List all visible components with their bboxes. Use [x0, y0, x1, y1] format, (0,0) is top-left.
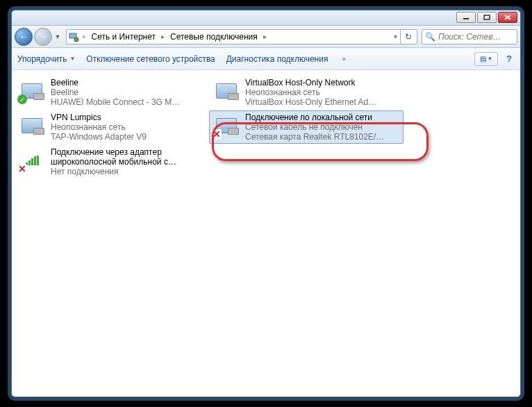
connection-title: VirtualBox Host-Only Network: [245, 78, 376, 88]
connection-title: VPN Lumpics: [51, 113, 147, 122]
chevron-left-icon: «: [81, 33, 88, 40]
column-1: ✓ Beeline Beeline HUAWEI Mobile Connect …: [15, 76, 209, 178]
minimize-button[interactable]: [456, 12, 476, 23]
organize-button[interactable]: Упорядочить ▼: [17, 54, 75, 64]
forward-arrow-icon: →: [39, 31, 48, 42]
column-2: VirtualBox Host-Only Network Неопознанна…: [209, 76, 404, 144]
adapter-icon: [17, 113, 47, 139]
connection-device: TAP-Windows Adapter V9: [51, 132, 147, 142]
organize-label: Упорядочить: [17, 54, 67, 64]
close-button[interactable]: [498, 12, 517, 23]
search-box[interactable]: 🔍: [422, 29, 517, 44]
address-bar[interactable]: « Сеть и Интернет ▸ Сетевые подключения …: [66, 29, 417, 44]
chevron-down-icon: ▼: [69, 56, 75, 62]
help-button[interactable]: ?: [504, 53, 515, 64]
overflow-button[interactable]: »: [339, 55, 349, 63]
connection-status: Неопознанная сеть: [51, 122, 147, 132]
command-bar: Упорядочить ▼ Отключение сетевого устрой…: [12, 48, 520, 70]
disable-device-button[interactable]: Отключение сетевого устройства: [86, 54, 215, 64]
view-mode-button[interactable]: ▤ ▼: [474, 52, 498, 66]
adapter-icon: [212, 78, 241, 104]
connections-view: ✓ Beeline Beeline HUAWEI Mobile Connect …: [12, 70, 520, 397]
connection-title: Beeline: [51, 78, 180, 88]
back-arrow-icon: ←: [19, 31, 28, 42]
breadcrumb-seg-1[interactable]: Сеть и Интернет: [89, 32, 158, 42]
diagnose-label: Диагностика подключения: [226, 54, 329, 64]
explorer-window: ← → ▼ « Сеть и Интернет ▸ Сетевые подклю…: [11, 10, 521, 397]
connection-status: Неопознанная сеть: [245, 88, 376, 97]
connection-item-broadband[interactable]: ✕ Подключение через адаптер широкополосн…: [15, 145, 209, 178]
connection-status: Нет подключения: [51, 167, 203, 176]
connection-item-lan[interactable]: ✕ Подключение по локальной сети Сетевой …: [209, 110, 404, 144]
connection-status: Сетевой кабель не подключен: [245, 122, 384, 132]
maximize-button[interactable]: [477, 12, 497, 23]
connection-device: Сетевая карта Realtek RTL8102E/…: [245, 132, 384, 142]
connection-item-vpn[interactable]: VPN Lumpics Неопознанная сеть TAP-Window…: [15, 110, 209, 144]
connection-device: HUAWEI Mobile Connect - 3G M…: [51, 97, 180, 107]
refresh-button[interactable]: ↻: [400, 29, 415, 44]
back-button[interactable]: ←: [15, 28, 33, 46]
refresh-icon: ↻: [405, 32, 412, 42]
chevron-right-icon: ▸: [160, 33, 166, 40]
chevron-right-icon: ▸: [262, 33, 268, 40]
connection-device: VirtualBox Host-Only Ethernet Ad…: [245, 97, 376, 107]
minimize-icon: [463, 15, 469, 20]
connection-title: Подключение по локальной сети: [245, 113, 384, 122]
connection-item-beeline[interactable]: ✓ Beeline Beeline HUAWEI Mobile Connect …: [15, 76, 209, 109]
dialup-ok-icon: ✓: [17, 78, 47, 104]
search-icon: 🔍: [425, 32, 435, 42]
search-input[interactable]: [438, 32, 514, 42]
connection-title: Подключение через адаптер широкополосной…: [51, 147, 203, 167]
history-dropdown[interactable]: ▼: [53, 30, 62, 44]
address-dropdown-icon[interactable]: ▾: [392, 33, 399, 40]
signal-bars-disconnected-icon: ✕: [17, 147, 47, 174]
disable-label: Отключение сетевого устройства: [86, 54, 215, 64]
breadcrumb-seg-2[interactable]: Сетевые подключения: [167, 32, 260, 42]
close-icon: [504, 15, 511, 20]
adapter-unplugged-icon: ✕: [212, 113, 241, 139]
maximize-icon: [483, 15, 490, 20]
connection-item-virtualbox[interactable]: VirtualBox Host-Only Network Неопознанна…: [209, 76, 404, 109]
svg-point-5: [74, 38, 78, 42]
network-location-icon: [68, 31, 79, 42]
forward-button[interactable]: →: [34, 28, 52, 46]
connection-status: Beeline: [51, 88, 180, 97]
diagnose-button[interactable]: Диагностика подключения: [226, 54, 329, 64]
chevron-down-icon: ▼: [488, 56, 493, 62]
nav-bar: ← → ▼ « Сеть и Интернет ▸ Сетевые подклю…: [12, 26, 520, 48]
view-icon: ▤: [480, 55, 486, 63]
titlebar: [12, 10, 520, 26]
help-icon: ?: [506, 53, 512, 64]
svg-rect-1: [484, 15, 490, 19]
